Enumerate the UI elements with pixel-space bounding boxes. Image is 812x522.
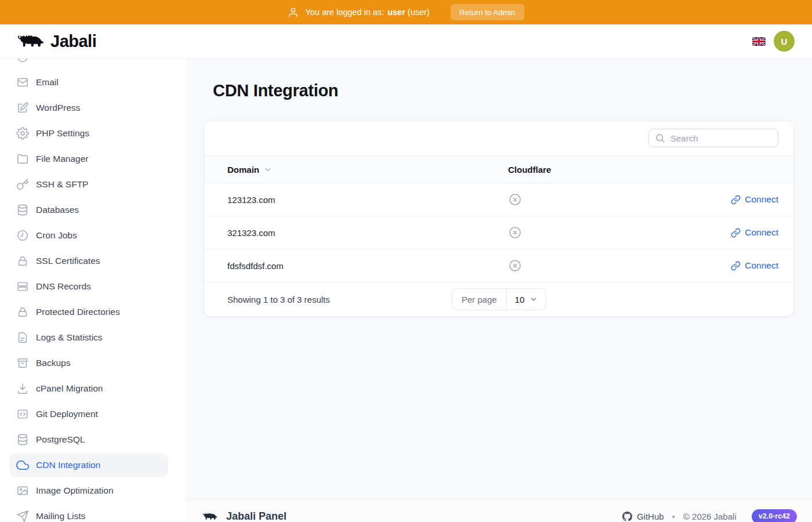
mail-icon (16, 76, 29, 89)
sidebar-item-git-deployment[interactable]: Git Deployment (9, 403, 168, 426)
github-icon (622, 512, 632, 521)
database-icon (16, 433, 29, 446)
page-title: CDN Integration (213, 82, 794, 99)
key-icon (16, 178, 29, 191)
sidebar-item-ssl-certificates[interactable]: SSL Certificates (9, 249, 168, 273)
clock-icon (16, 229, 29, 242)
sidebar-item-label: Protected Directories (36, 307, 120, 317)
sidebar-item-partial[interactable] (9, 59, 168, 68)
x-circle-icon (508, 226, 522, 240)
download-icon (16, 382, 29, 395)
cloud-icon (16, 459, 29, 472)
column-header-domain[interactable]: Domain (227, 165, 508, 175)
main-content: CDN Integration Domain Cloudflare 123123… (186, 59, 812, 522)
sidebar-item-postgresql[interactable]: PostgreSQL (9, 428, 168, 451)
sidebar-item-label: SSH & SFTP (36, 179, 88, 190)
per-page-value: 10 (515, 295, 525, 304)
sidebar-item-label: Git Deployment (36, 409, 98, 419)
sidebar-item-label: File Manager (36, 154, 88, 164)
column-header-cloudflare: Cloudflare (508, 165, 778, 175)
document-icon (16, 331, 29, 344)
sidebar-item-label: Logs & Statistics (36, 332, 103, 343)
footer-brand-name: Jabali Panel (226, 510, 287, 522)
cdn-card: Domain Cloudflare 123123.com Connect 321… (204, 121, 794, 317)
connect-link[interactable]: Connect (731, 194, 778, 205)
per-page-select[interactable]: Per page 10 (452, 288, 546, 310)
edit-icon (16, 102, 29, 114)
table-row: 321323.com Connect (204, 216, 793, 249)
sidebar-item-file-manager[interactable]: File Manager (9, 147, 168, 171)
lock-icon (16, 306, 29, 318)
return-to-admin-button[interactable]: Return to Admin (451, 4, 524, 20)
connect-link[interactable]: Connect (731, 227, 778, 238)
sidebar-item-cdn-integration[interactable]: CDN Integration (9, 454, 168, 477)
pagination: Showing 1 to 3 of 3 results Per page 10 (204, 282, 793, 316)
sidebar-item-label: DNS Records (36, 281, 91, 292)
boar-icon (16, 31, 45, 51)
sidebar-item-protected-directories[interactable]: Protected Directories (9, 300, 168, 324)
sidebar-item-dns-records[interactable]: DNS Records (9, 275, 168, 298)
sidebar-item-mailing-lists[interactable]: Mailing Lists (9, 505, 168, 522)
sidebar-item-backups[interactable]: Backups (9, 351, 168, 375)
sidebar-item-ssh-sftp[interactable]: SSH & SFTP (9, 173, 168, 196)
avatar[interactable]: U (774, 31, 795, 52)
send-icon (16, 510, 29, 522)
sidebar: Email WordPress PHP Settings File Manage… (0, 59, 186, 522)
github-link[interactable]: GitHub (622, 512, 664, 521)
sidebar-item-label: CDN Integration (36, 460, 100, 470)
brand-name: Jabali (50, 32, 96, 51)
sidebar-item-label: cPanel Migration (36, 383, 103, 394)
impersonation-username: user (387, 8, 405, 17)
image-icon (16, 484, 29, 497)
sidebar-item-wordpress[interactable]: WordPress (9, 96, 168, 119)
link-icon (731, 195, 741, 205)
sidebar-item-logs-statistics[interactable]: Logs & Statistics (9, 326, 168, 349)
per-page-label: Per page (452, 289, 507, 310)
domain-cell: 321323.com (227, 228, 508, 238)
uk-flag-icon[interactable] (752, 37, 766, 46)
boar-icon (202, 511, 218, 522)
chevron-down-icon (263, 165, 272, 174)
sidebar-item-label: PostgreSQL (36, 434, 85, 445)
brand-logo[interactable]: Jabali (16, 31, 96, 51)
copyright: © 2026 Jabali (683, 512, 737, 521)
server-icon (16, 280, 29, 293)
table-header: Domain Cloudflare (204, 155, 793, 183)
sidebar-item-label: Email (36, 77, 59, 88)
sidebar-item-label: SSL Certificates (36, 256, 100, 266)
impersonation-message: You are logged in as: (305, 8, 384, 17)
x-circle-icon (508, 193, 522, 206)
table-row: 123123.com Connect (204, 183, 793, 216)
sidebar-item-label: Mailing Lists (36, 511, 85, 521)
sidebar-item-label: PHP Settings (36, 128, 89, 139)
domain-cell: fdsfsdfdsf.com (227, 261, 508, 271)
impersonation-bar: You are logged in as: user (user) Return… (0, 0, 812, 24)
link-icon (731, 261, 741, 271)
sidebar-item-php-settings[interactable]: PHP Settings (9, 122, 168, 145)
sidebar-item-databases[interactable]: Databases (9, 198, 168, 222)
app-header: Jabali U (0, 24, 812, 59)
page-footer: Jabali Panel GitHub • © 2026 Jabali v2.0… (186, 499, 812, 522)
sidebar-item-cron-jobs[interactable]: Cron Jobs (9, 224, 168, 247)
sidebar-item-label: WordPress (36, 103, 80, 113)
archive-icon (16, 357, 29, 369)
sidebar-item-label: Cron Jobs (36, 230, 77, 241)
search-input[interactable] (648, 129, 778, 147)
sidebar-item-email[interactable]: Email (9, 71, 168, 94)
impersonation-role: (user) (408, 8, 430, 17)
sidebar-item-label: Image Optimization (36, 485, 114, 496)
lock-icon (16, 255, 29, 267)
connect-link[interactable]: Connect (731, 260, 778, 271)
folder-icon (16, 153, 29, 165)
sidebar-item-cpanel-migration[interactable]: cPanel Migration (9, 377, 168, 400)
gear-icon (16, 127, 29, 140)
sidebar-item-label: Databases (36, 205, 79, 215)
code-icon (16, 408, 29, 420)
footer-separator: • (672, 512, 675, 521)
sidebar-item-image-optimization[interactable]: Image Optimization (9, 479, 168, 502)
sidebar-item-label: Backups (36, 358, 70, 368)
database-icon (16, 204, 29, 216)
link-icon (731, 228, 741, 238)
footer-brand: Jabali Panel (202, 510, 287, 522)
user-icon (288, 7, 299, 18)
